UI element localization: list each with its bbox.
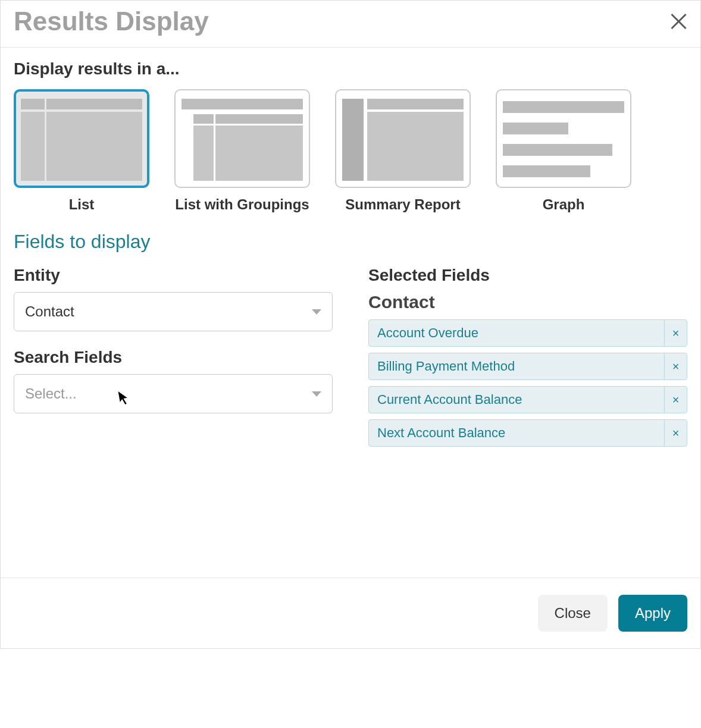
remove-field-icon[interactable]: ×	[664, 320, 687, 346]
modal-body: Display results in a... List	[1, 48, 700, 578]
display-thumb-graph	[496, 89, 631, 188]
modal-footer: Close Apply	[1, 578, 700, 648]
display-option-list[interactable]: List	[14, 89, 149, 213]
entity-label: Entity	[14, 266, 333, 285]
close-icon[interactable]	[669, 12, 687, 30]
display-thumb-groupings	[174, 89, 310, 188]
display-option-list-groupings[interactable]: List with Groupings	[174, 89, 310, 213]
entity-value: Contact	[25, 303, 74, 320]
fields-to-display-heading: Fields to display	[14, 231, 687, 253]
fields-columns: Entity Contact Search Fields Select... S…	[14, 259, 687, 453]
display-option-label: List	[14, 196, 149, 213]
right-column: Selected Fields Contact Account Overdue …	[368, 259, 687, 453]
selected-field-chip: Current Account Balance ×	[368, 386, 687, 413]
display-option-summary[interactable]: Summary Report	[335, 89, 471, 213]
chevron-down-icon	[312, 391, 321, 397]
display-thumb-summary	[335, 89, 471, 188]
remove-field-icon[interactable]: ×	[664, 353, 687, 379]
selected-field-label: Next Account Balance	[369, 420, 664, 446]
results-display-modal: Results Display Display results in a... …	[0, 0, 701, 649]
display-thumb-list	[14, 89, 149, 188]
display-in-heading: Display results in a...	[14, 59, 687, 79]
display-options-row: List List with Groupings	[14, 89, 687, 213]
selected-field-label: Billing Payment Method	[369, 353, 664, 379]
left-column: Entity Contact Search Fields Select...	[14, 259, 333, 453]
selected-field-chip: Account Overdue ×	[368, 319, 687, 347]
selected-field-chip: Billing Payment Method ×	[368, 353, 687, 380]
close-button[interactable]: Close	[538, 595, 608, 632]
display-option-label: List with Groupings	[174, 196, 310, 213]
selected-field-chip: Next Account Balance ×	[368, 419, 687, 447]
display-option-label: Summary Report	[335, 196, 471, 213]
display-option-label: Graph	[496, 196, 631, 213]
display-option-graph[interactable]: Graph	[496, 89, 631, 213]
remove-field-icon[interactable]: ×	[664, 420, 687, 446]
modal-header: Results Display	[1, 1, 700, 48]
search-fields-placeholder: Select...	[25, 385, 77, 402]
remove-field-icon[interactable]: ×	[664, 387, 687, 413]
search-fields-select[interactable]: Select...	[14, 374, 333, 413]
search-fields-label: Search Fields	[14, 348, 333, 367]
modal-title: Results Display	[14, 7, 209, 36]
selected-group-label: Contact	[368, 292, 687, 312]
apply-button[interactable]: Apply	[618, 595, 687, 632]
entity-select[interactable]: Contact	[14, 292, 333, 331]
chevron-down-icon	[312, 309, 321, 315]
selected-field-label: Current Account Balance	[369, 387, 664, 413]
selected-fields-heading: Selected Fields	[368, 266, 687, 285]
selected-field-label: Account Overdue	[369, 320, 664, 346]
